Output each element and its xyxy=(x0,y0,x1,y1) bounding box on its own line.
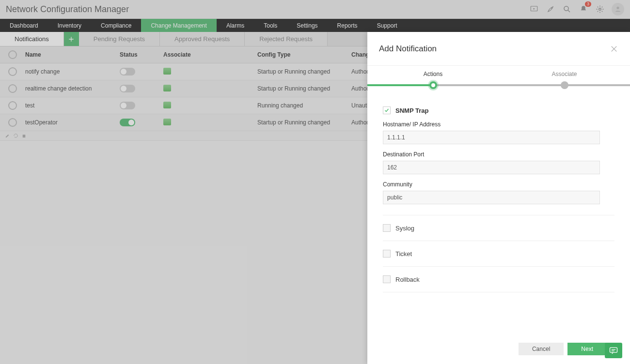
edit-icon[interactable] xyxy=(5,133,10,138)
header-icons: 3 xyxy=(529,3,624,15)
app-header: Network Configuration Manager 3 xyxy=(0,0,630,19)
row-name: testOperator xyxy=(25,119,120,126)
port-label: Destination Port xyxy=(383,151,614,158)
col-header-associate[interactable]: Associate xyxy=(163,51,257,58)
tab-rejected-requests[interactable]: Rejected Requests xyxy=(245,32,328,46)
snmp-label: SNMP Trap xyxy=(395,107,428,114)
refresh-icon[interactable] xyxy=(13,133,18,138)
row-select-radio[interactable] xyxy=(8,101,17,110)
add-notification-panel: Add Notification Actions Associate SNMP … xyxy=(367,32,630,364)
nav-support[interactable]: Support xyxy=(367,19,407,32)
col-header-status[interactable]: Status xyxy=(120,51,163,58)
syslog-label: Syslog xyxy=(395,225,414,232)
chat-fab[interactable] xyxy=(605,343,622,358)
tab-approved-requests[interactable]: Approved Requests xyxy=(160,32,245,46)
col-header-name[interactable]: Name xyxy=(25,51,120,58)
app-title: Network Configuration Manager xyxy=(6,4,529,15)
row-select-radio[interactable] xyxy=(8,118,17,127)
status-toggle[interactable] xyxy=(120,85,135,92)
main-nav: Dashboard Inventory Compliance Change Ma… xyxy=(0,19,630,32)
nav-change-management[interactable]: Change Management xyxy=(141,19,216,32)
step-dot-associate xyxy=(561,81,568,89)
nav-settings[interactable]: Settings xyxy=(287,19,327,32)
row-config: Startup or Running changed xyxy=(257,68,351,75)
gear-icon[interactable] xyxy=(595,4,605,14)
add-notification-tab[interactable] xyxy=(64,32,79,46)
next-button[interactable]: Next xyxy=(567,343,607,355)
panel-body: SNMP Trap Hostname/ IP Address Destinati… xyxy=(367,91,630,334)
row-config: Startup or Running changed xyxy=(257,119,351,126)
section-snmp: SNMP Trap Hostname/ IP Address Destinati… xyxy=(383,101,614,215)
wizard-stepper: Actions Associate xyxy=(367,66,630,91)
section-rollback: Rollback xyxy=(383,267,614,292)
nav-compliance[interactable]: Compliance xyxy=(91,19,141,32)
section-ticket: Ticket xyxy=(383,241,614,267)
rollback-label: Rollback xyxy=(395,276,420,283)
col-header-config[interactable]: Config Type xyxy=(257,51,351,58)
row-select-radio[interactable] xyxy=(8,84,17,93)
panel-header: Add Notification xyxy=(367,32,630,66)
port-input[interactable] xyxy=(383,161,600,174)
nav-inventory[interactable]: Inventory xyxy=(48,19,91,32)
status-toggle[interactable] xyxy=(120,68,135,76)
svg-point-1 xyxy=(551,8,552,9)
tab-pending-requests[interactable]: Pending Requests xyxy=(79,32,160,46)
notification-badge: 3 xyxy=(585,1,591,7)
status-toggle[interactable] xyxy=(120,102,135,109)
section-syslog: Syslog xyxy=(383,215,614,241)
nav-alarms[interactable]: Alarms xyxy=(217,19,254,32)
nav-tools[interactable]: Tools xyxy=(254,19,287,32)
row-select-radio[interactable] xyxy=(8,67,17,76)
associate-icon[interactable] xyxy=(163,119,171,125)
ticket-checkbox[interactable] xyxy=(383,250,391,258)
rocket-icon[interactable] xyxy=(546,4,555,14)
status-toggle[interactable] xyxy=(120,119,135,126)
row-name: test xyxy=(25,102,120,109)
row-config: Startup or Running changed xyxy=(257,85,351,92)
svg-point-3 xyxy=(599,8,601,11)
community-input[interactable] xyxy=(383,191,600,204)
search-icon[interactable] xyxy=(562,4,572,14)
step-dot-actions xyxy=(429,81,437,89)
select-all-radio[interactable] xyxy=(8,50,17,59)
row-config: Running changed xyxy=(257,102,351,109)
rollback-checkbox[interactable] xyxy=(383,275,391,283)
close-icon[interactable] xyxy=(610,45,618,53)
tab-notifications[interactable]: Notifications xyxy=(0,32,64,46)
user-avatar[interactable] xyxy=(612,3,624,15)
nav-reports[interactable]: Reports xyxy=(328,19,367,32)
cancel-button[interactable]: Cancel xyxy=(519,343,564,355)
community-label: Community xyxy=(383,181,614,188)
row-name: realtime change detection xyxy=(25,85,120,92)
svg-point-2 xyxy=(564,6,568,11)
associate-icon[interactable] xyxy=(163,85,171,91)
hostname-label: Hostname/ IP Address xyxy=(383,121,614,128)
ticket-label: Ticket xyxy=(395,250,412,258)
svg-point-4 xyxy=(616,7,619,9)
panel-title: Add Notification xyxy=(379,44,610,54)
presentation-icon[interactable] xyxy=(529,4,539,14)
syslog-checkbox[interactable] xyxy=(383,224,391,232)
hostname-input[interactable] xyxy=(383,131,600,144)
bell-icon[interactable]: 3 xyxy=(579,4,588,14)
panel-footer: Cancel Next xyxy=(367,334,630,364)
svg-rect-6 xyxy=(610,348,617,352)
snmp-checkbox[interactable] xyxy=(383,106,391,114)
delete-icon[interactable] xyxy=(21,133,27,138)
nav-dashboard[interactable]: Dashboard xyxy=(0,19,48,32)
row-name: notify change xyxy=(25,68,120,75)
svg-rect-5 xyxy=(23,135,26,137)
associate-icon[interactable] xyxy=(163,102,171,108)
associate-icon[interactable] xyxy=(163,68,171,75)
